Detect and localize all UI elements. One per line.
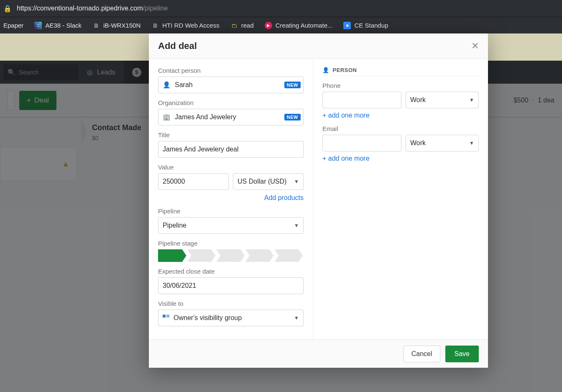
currency-select[interactable]: US Dollar (USD) ▼ <box>233 173 304 190</box>
phone-input[interactable] <box>322 92 401 108</box>
add-email-link[interactable]: + add one more <box>322 155 479 162</box>
label-pipeline: Pipeline <box>158 208 304 215</box>
label-title: Title <box>158 131 304 138</box>
video-icon: ■ <box>343 22 351 29</box>
add-products-link[interactable]: Add products <box>158 194 304 202</box>
stage-3[interactable] <box>216 249 245 262</box>
label-value: Value <box>158 164 304 171</box>
stage-4[interactable] <box>245 249 274 262</box>
stage-1[interactable] <box>158 249 186 262</box>
close-date-input[interactable]: 30/06/2021 <box>158 277 304 294</box>
add-deal-modal: Add deal ✕ Contact person 👤 Sarah NEW Or… <box>149 33 488 368</box>
chevron-down-icon: ▼ <box>294 315 299 321</box>
slack-icon: :: <box>34 22 42 29</box>
cancel-button[interactable]: Cancel <box>404 346 440 362</box>
page-icon: 🗎 <box>92 22 100 29</box>
building-icon: 🏢 <box>163 113 171 121</box>
bookmark-epaper[interactable]: Epaper <box>2 21 25 30</box>
pipeline-select[interactable]: Pipeline ▼ <box>158 217 304 234</box>
new-badge: NEW <box>284 114 301 120</box>
browser-address-bar: 🔒 https://conventional-tornado.pipedrive… <box>0 0 562 17</box>
chevron-down-icon: ▼ <box>294 179 299 184</box>
new-badge: NEW <box>284 82 301 88</box>
visible-select[interactable]: Owner's visibility group ▼ <box>158 310 304 326</box>
modal-left-col: Contact person 👤 Sarah NEW Organization … <box>149 59 313 339</box>
label-org: Organization <box>158 99 304 106</box>
lock-icon: 🔒 <box>3 5 12 13</box>
save-button[interactable]: Save <box>445 346 479 362</box>
email-type-select[interactable]: Work ▼ <box>406 135 479 151</box>
label-phone: Phone <box>322 82 479 89</box>
phone-type-select[interactable]: Work ▼ <box>406 92 479 108</box>
contact-input[interactable]: 👤 Sarah NEW <box>158 77 304 93</box>
stage-2[interactable] <box>187 249 216 262</box>
bookmark-read[interactable]: 🗀read <box>229 21 255 30</box>
label-visible: Visible to <box>158 300 304 307</box>
chevron-down-icon: ▼ <box>294 223 299 228</box>
bookmark-standup[interactable]: ■CE Standup <box>342 21 390 30</box>
grid-icon <box>163 315 169 321</box>
modal-header: Add deal ✕ <box>149 33 488 59</box>
label-email: Email <box>322 125 479 132</box>
modal-right-col: 👤 PERSON Phone Work ▼ + add one more Ema… <box>313 59 488 339</box>
close-icon[interactable]: ✕ <box>471 41 479 51</box>
bookmark-hti[interactable]: 🗎HTI RD Web Access <box>150 21 221 30</box>
value-input[interactable]: 250000 <box>158 173 229 190</box>
bookmark-automate[interactable]: ▶Creating Automate... <box>263 21 335 30</box>
bookmark-slack[interactable]: ::AE38 - Slack <box>33 21 83 30</box>
stage-5[interactable] <box>274 249 303 262</box>
chevron-down-icon: ▼ <box>469 140 474 146</box>
play-icon: ▶ <box>265 22 272 29</box>
bookmarks-bar: Epaper ::AE38 - Slack 🗎iB-WRX150N 🗎HTI R… <box>0 17 562 33</box>
person-icon: 👤 <box>163 81 171 89</box>
chevron-down-icon: ▼ <box>469 97 474 103</box>
folder-icon: 🗀 <box>230 22 238 29</box>
modal-footer: Cancel Save <box>149 339 488 368</box>
person-icon: 👤 <box>322 67 330 73</box>
title-input[interactable]: James And Jewelery deal <box>158 141 304 158</box>
url-path: /pipeline <box>143 5 168 12</box>
modal-title: Add deal <box>158 41 197 51</box>
person-section-head: 👤 PERSON <box>322 67 479 76</box>
page-icon: 🗎 <box>151 22 159 29</box>
add-phone-link[interactable]: + add one more <box>322 112 479 119</box>
email-input[interactable] <box>322 135 401 151</box>
org-input[interactable]: 🏢 James And Jewelery NEW <box>158 109 304 126</box>
label-stage: Pipeline stage <box>158 240 304 247</box>
bookmark-ibwrx[interactable]: 🗎iB-WRX150N <box>91 21 142 30</box>
url-host: https://conventional-tornado.pipedrive.c… <box>17 5 143 12</box>
label-close-date: Expected close date <box>158 268 304 275</box>
url[interactable]: https://conventional-tornado.pipedrive.c… <box>17 5 168 12</box>
label-contact: Contact person <box>158 67 304 74</box>
stage-selector[interactable] <box>158 249 304 262</box>
